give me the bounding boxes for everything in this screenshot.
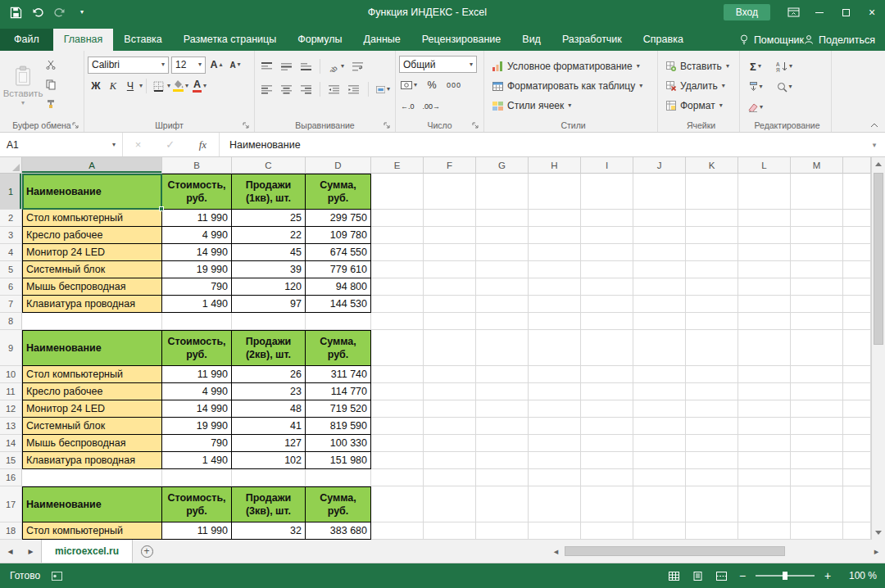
cell-E5[interactable] xyxy=(371,261,424,278)
cell-I1[interactable] xyxy=(581,174,633,210)
format-painter-icon[interactable] xyxy=(43,95,59,113)
cell-C1[interactable]: Продажи (1кв), шт. xyxy=(232,174,306,210)
name-box[interactable]: A1▾ xyxy=(0,133,123,156)
cell-F6[interactable] xyxy=(424,278,476,296)
cell-G13[interactable] xyxy=(476,418,529,435)
cell-L13[interactable] xyxy=(738,418,791,435)
cell-M10[interactable] xyxy=(791,366,843,383)
cell-F1[interactable] xyxy=(424,174,476,210)
cell-E12[interactable] xyxy=(371,400,424,418)
row-header-15[interactable]: 15 xyxy=(0,452,22,469)
cell-F15[interactable] xyxy=(424,452,476,469)
column-header-F[interactable]: F xyxy=(424,157,476,174)
cell-C10[interactable]: 26 xyxy=(232,366,306,383)
cell-F3[interactable] xyxy=(424,227,476,244)
cell-E18[interactable] xyxy=(371,522,424,540)
cell-C11[interactable]: 23 xyxy=(232,383,306,400)
cell-F16[interactable] xyxy=(424,469,476,486)
cell-F4[interactable] xyxy=(424,244,476,261)
cell-K18[interactable] xyxy=(686,522,738,540)
cell-H7[interactable] xyxy=(529,296,581,313)
cell-J17[interactable] xyxy=(633,486,686,522)
insert-cells-button[interactable]: Вставить▾ xyxy=(666,57,736,76)
cell-D16[interactable] xyxy=(306,469,371,486)
enter-icon[interactable]: ✓ xyxy=(166,138,175,151)
cell-B12[interactable]: 14 990 xyxy=(162,400,232,418)
cell-I4[interactable] xyxy=(581,244,633,261)
cell-B11[interactable]: 4 990 xyxy=(162,383,232,400)
minimize-button[interactable] xyxy=(806,0,833,25)
cell-J18[interactable] xyxy=(633,522,686,540)
cell-A13[interactable]: Системный блок xyxy=(22,418,162,435)
cell-E11[interactable] xyxy=(371,383,424,400)
cell-E9[interactable] xyxy=(371,330,424,366)
cell-M9[interactable] xyxy=(791,330,843,366)
insert-function-icon[interactable]: fx xyxy=(199,138,206,152)
cell-E15[interactable] xyxy=(371,452,424,469)
cell-J5[interactable] xyxy=(633,261,686,278)
cell-K8[interactable] xyxy=(686,313,738,330)
cell-H3[interactable] xyxy=(529,227,581,244)
cell-K3[interactable] xyxy=(686,227,738,244)
underline-button[interactable]: Ч xyxy=(122,77,138,95)
cell-C7[interactable]: 97 xyxy=(232,296,306,313)
cell-A2[interactable]: Стол компьютерный xyxy=(22,210,162,227)
save-icon[interactable] xyxy=(8,5,23,20)
increase-indent-icon[interactable] xyxy=(346,80,362,98)
row-header-10[interactable]: 10 xyxy=(0,366,22,383)
cell-C17[interactable]: Продажи (3кв), шт. xyxy=(232,486,306,522)
ribbon-tab-1[interactable]: Файл xyxy=(0,29,53,51)
view-normal-icon[interactable] xyxy=(665,568,682,584)
cell-J12[interactable] xyxy=(633,400,686,418)
cell-J2[interactable] xyxy=(633,210,686,227)
cell-I2[interactable] xyxy=(581,210,633,227)
cell-H12[interactable] xyxy=(529,400,581,418)
cell-H13[interactable] xyxy=(529,418,581,435)
cell-I12[interactable] xyxy=(581,400,633,418)
scroll-up-icon[interactable] xyxy=(872,157,885,171)
cell-F17[interactable] xyxy=(424,486,476,522)
cell-L2[interactable] xyxy=(738,210,791,227)
vertical-scroll-thumb[interactable] xyxy=(874,173,883,345)
font-size-combo[interactable]: 12▾ xyxy=(171,57,206,74)
cell-A7[interactable]: Клавиатура проводная xyxy=(22,296,162,313)
cell-L3[interactable] xyxy=(738,227,791,244)
increase-font-size-icon[interactable]: А▴ xyxy=(208,56,225,74)
redo-icon[interactable] xyxy=(52,5,67,20)
cell-B16[interactable] xyxy=(162,469,232,486)
cell-K10[interactable] xyxy=(686,366,738,383)
ribbon-display-options-icon[interactable] xyxy=(780,0,806,25)
comma-style-icon[interactable]: 000 xyxy=(445,76,463,94)
zoom-level-label[interactable]: 100 % xyxy=(841,570,877,581)
cell-M5[interactable] xyxy=(791,261,843,278)
cell-E6[interactable] xyxy=(371,278,424,296)
cell-H18[interactable] xyxy=(529,522,581,540)
cell-A8[interactable] xyxy=(22,313,162,330)
cell-A1[interactable]: Наименование xyxy=(22,174,162,210)
cell-L15[interactable] xyxy=(738,452,791,469)
row-header-1[interactable]: 1 xyxy=(0,174,22,210)
cell-H14[interactable] xyxy=(529,435,581,452)
cell-I10[interactable] xyxy=(581,366,633,383)
decrease-font-size-icon[interactable]: А▾ xyxy=(227,56,243,74)
macro-record-icon[interactable] xyxy=(52,572,62,581)
cell-D14[interactable]: 100 330 xyxy=(306,435,371,452)
cell-B17[interactable]: Стоимость, руб. xyxy=(162,486,232,522)
clear-button[interactable]: ▾ xyxy=(747,98,765,116)
number-dialog-launcher-icon[interactable] xyxy=(472,122,479,129)
zoom-out-button[interactable]: − xyxy=(737,569,748,582)
cell-L16[interactable] xyxy=(738,469,791,486)
column-header-M[interactable]: M xyxy=(791,157,843,174)
cell-J4[interactable] xyxy=(633,244,686,261)
font-name-combo[interactable]: Calibri▾ xyxy=(88,57,169,74)
cell-partial-14[interactable] xyxy=(843,435,871,452)
cell-D10[interactable]: 311 740 xyxy=(306,366,371,383)
cell-H9[interactable] xyxy=(529,330,581,366)
cell-J14[interactable] xyxy=(633,435,686,452)
cell-B4[interactable]: 14 990 xyxy=(162,244,232,261)
cell-E13[interactable] xyxy=(371,418,424,435)
cell-F8[interactable] xyxy=(424,313,476,330)
cell-D9[interactable]: Сумма, руб. xyxy=(306,330,371,366)
cell-G1[interactable] xyxy=(476,174,529,210)
cell-L5[interactable] xyxy=(738,261,791,278)
